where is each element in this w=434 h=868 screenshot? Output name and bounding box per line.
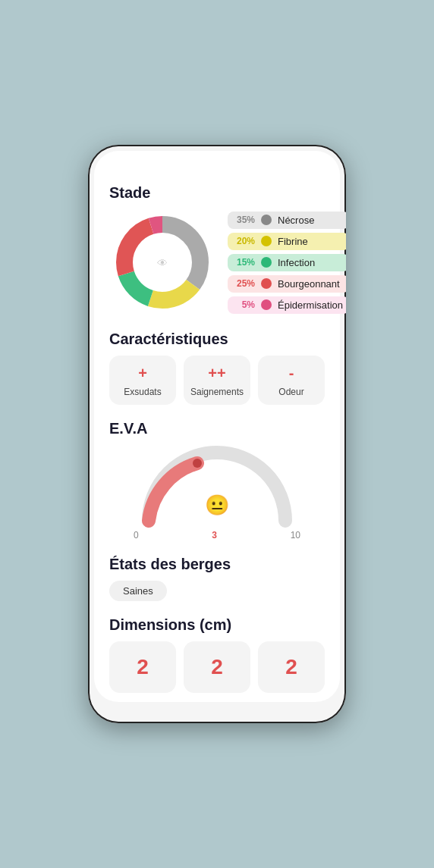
- legend-label-epidermisation: Épidermisation: [278, 299, 343, 311]
- berges-tag-saines: Saines: [109, 581, 167, 601]
- legend-item-fibrine: 20% Fibrine: [228, 233, 346, 250]
- exsudats-label: Exsudats: [124, 387, 161, 397]
- carac-card-saignements: ++ Saignements: [184, 356, 250, 405]
- dimensions-title: Dimensions (cm): [109, 616, 325, 634]
- eva-title: E.V.A: [109, 420, 325, 437]
- saignements-label: Saignements: [190, 387, 244, 397]
- dim-card-2: 2: [184, 641, 250, 693]
- carac-cards: + Exsudats ++ Saignements - Odeur: [109, 356, 325, 405]
- eva-section: E.V.A 😐: [109, 420, 325, 541]
- caracteristiques-section: Caractéristiques + Exsudats ++ Saignemen…: [109, 331, 325, 405]
- berges-tags: Saines: [109, 581, 325, 601]
- gauge-svg: 😐: [134, 445, 300, 528]
- stade-title: Stade: [109, 184, 325, 202]
- gauge-min-label: 0: [134, 530, 139, 541]
- phone-shell: Stade: [88, 145, 346, 723]
- gauge-fill-arc: [149, 463, 197, 521]
- gauge-face-emoji: 😐: [205, 493, 230, 517]
- legend-label-fibrine: Fibrine: [278, 236, 308, 247]
- legend-pct-epidermisation: 5%: [234, 299, 255, 310]
- dim-card-1: 2: [109, 641, 176, 693]
- phone-content: Stade: [94, 151, 340, 702]
- dimensions-section: Dimensions (cm) 2 2 2: [109, 616, 325, 693]
- legend-item-epidermisation: 5% Épidermisation: [228, 296, 346, 314]
- etats-section: États des berges Saines: [109, 556, 325, 601]
- gauge-max-label: 10: [291, 530, 300, 541]
- gauge-value-label: 3: [212, 530, 217, 541]
- odeur-symbol: -: [289, 365, 294, 382]
- gauge-labels: 0 3 10: [134, 530, 300, 541]
- legend-label-bourgeonnant: Bourgeonnant: [278, 278, 340, 290]
- legend: 35% Nécrose 20% Fibrine 15% Infection: [228, 212, 346, 314]
- odeur-label: Odeur: [278, 387, 303, 397]
- donut-svg: 👁: [109, 209, 215, 315]
- gauge-wrap: 😐: [134, 445, 300, 528]
- legend-pct-infection: 15%: [234, 257, 255, 268]
- donut-chart: 👁: [109, 209, 215, 315]
- stade-section: Stade: [109, 184, 325, 315]
- legend-dot-infection: [261, 257, 272, 268]
- carac-card-odeur: - Odeur: [258, 356, 325, 405]
- dim-card-3: 2: [258, 641, 325, 693]
- legend-dot-epidermisation: [261, 299, 272, 310]
- legend-label-necrose: Nécrose: [278, 215, 314, 226]
- legend-label-infection: Infection: [278, 257, 315, 268]
- legend-item-infection: 15% Infection: [228, 254, 346, 271]
- legend-dot-bourgeonnant: [261, 278, 272, 289]
- legend-dot-fibrine: [261, 236, 272, 246]
- legend-pct-necrose: 35%: [234, 215, 255, 225]
- eva-container: 😐 0 3 10: [109, 445, 325, 541]
- dimensions-cards: 2 2 2: [109, 641, 325, 693]
- legend-item-necrose: 35% Nécrose: [228, 212, 346, 229]
- saignements-symbol: ++: [208, 365, 225, 382]
- stade-row: 👁 35% Nécrose 20% Fibrine: [109, 209, 325, 315]
- legend-item-bourgeonnant: 25% Bourgeonnant: [228, 275, 346, 293]
- legend-pct-fibrine: 20%: [234, 236, 255, 246]
- carac-card-exsudats: + Exsudats: [109, 356, 176, 405]
- etats-title: États des berges: [109, 556, 325, 573]
- svg-text:👁: 👁: [157, 257, 168, 269]
- exsudats-symbol: +: [138, 365, 147, 382]
- caracteristiques-title: Caractéristiques: [109, 331, 325, 348]
- legend-dot-necrose: [261, 215, 272, 225]
- legend-pct-bourgeonnant: 25%: [234, 278, 255, 289]
- gauge-needle-dot: [193, 459, 202, 468]
